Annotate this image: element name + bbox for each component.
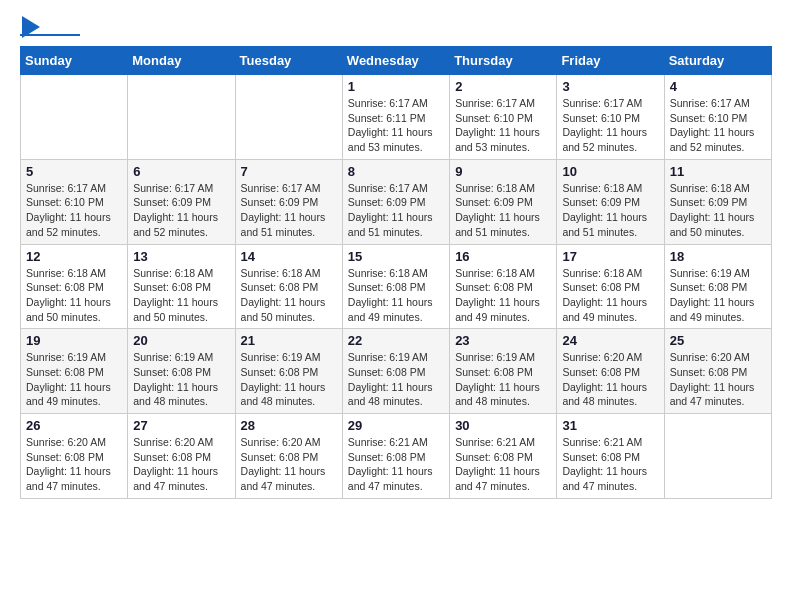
day-info: Sunrise: 6:18 AM Sunset: 6:08 PM Dayligh… bbox=[26, 266, 122, 325]
day-info: Sunrise: 6:18 AM Sunset: 6:08 PM Dayligh… bbox=[241, 266, 337, 325]
calendar-day-26: 26Sunrise: 6:20 AM Sunset: 6:08 PM Dayli… bbox=[21, 414, 128, 499]
day-number: 8 bbox=[348, 164, 444, 179]
day-info: Sunrise: 6:20 AM Sunset: 6:08 PM Dayligh… bbox=[670, 350, 766, 409]
day-number: 13 bbox=[133, 249, 229, 264]
calendar-day-17: 17Sunrise: 6:18 AM Sunset: 6:08 PM Dayli… bbox=[557, 244, 664, 329]
calendar-week-5: 26Sunrise: 6:20 AM Sunset: 6:08 PM Dayli… bbox=[21, 414, 772, 499]
calendar-day-15: 15Sunrise: 6:18 AM Sunset: 6:08 PM Dayli… bbox=[342, 244, 449, 329]
day-info: Sunrise: 6:19 AM Sunset: 6:08 PM Dayligh… bbox=[348, 350, 444, 409]
calendar-day-20: 20Sunrise: 6:19 AM Sunset: 6:08 PM Dayli… bbox=[128, 329, 235, 414]
day-info: Sunrise: 6:17 AM Sunset: 6:10 PM Dayligh… bbox=[562, 96, 658, 155]
day-number: 21 bbox=[241, 333, 337, 348]
day-info: Sunrise: 6:17 AM Sunset: 6:10 PM Dayligh… bbox=[455, 96, 551, 155]
day-number: 31 bbox=[562, 418, 658, 433]
day-info: Sunrise: 6:18 AM Sunset: 6:09 PM Dayligh… bbox=[562, 181, 658, 240]
day-number: 11 bbox=[670, 164, 766, 179]
calendar-day-14: 14Sunrise: 6:18 AM Sunset: 6:08 PM Dayli… bbox=[235, 244, 342, 329]
empty-cell bbox=[128, 75, 235, 160]
day-info: Sunrise: 6:19 AM Sunset: 6:08 PM Dayligh… bbox=[26, 350, 122, 409]
day-info: Sunrise: 6:20 AM Sunset: 6:08 PM Dayligh… bbox=[133, 435, 229, 494]
weekday-header-tuesday: Tuesday bbox=[235, 47, 342, 75]
day-number: 10 bbox=[562, 164, 658, 179]
calendar-day-16: 16Sunrise: 6:18 AM Sunset: 6:08 PM Dayli… bbox=[450, 244, 557, 329]
day-info: Sunrise: 6:17 AM Sunset: 6:09 PM Dayligh… bbox=[348, 181, 444, 240]
weekday-header-friday: Friday bbox=[557, 47, 664, 75]
empty-cell bbox=[21, 75, 128, 160]
calendar-day-24: 24Sunrise: 6:20 AM Sunset: 6:08 PM Dayli… bbox=[557, 329, 664, 414]
calendar-day-11: 11Sunrise: 6:18 AM Sunset: 6:09 PM Dayli… bbox=[664, 159, 771, 244]
day-info: Sunrise: 6:19 AM Sunset: 6:08 PM Dayligh… bbox=[241, 350, 337, 409]
calendar-day-7: 7Sunrise: 6:17 AM Sunset: 6:09 PM Daylig… bbox=[235, 159, 342, 244]
day-number: 27 bbox=[133, 418, 229, 433]
day-info: Sunrise: 6:18 AM Sunset: 6:08 PM Dayligh… bbox=[348, 266, 444, 325]
day-number: 25 bbox=[670, 333, 766, 348]
day-number: 26 bbox=[26, 418, 122, 433]
day-number: 24 bbox=[562, 333, 658, 348]
day-info: Sunrise: 6:18 AM Sunset: 6:09 PM Dayligh… bbox=[455, 181, 551, 240]
calendar-day-21: 21Sunrise: 6:19 AM Sunset: 6:08 PM Dayli… bbox=[235, 329, 342, 414]
day-number: 4 bbox=[670, 79, 766, 94]
day-number: 18 bbox=[670, 249, 766, 264]
calendar-day-25: 25Sunrise: 6:20 AM Sunset: 6:08 PM Dayli… bbox=[664, 329, 771, 414]
calendar-week-3: 12Sunrise: 6:18 AM Sunset: 6:08 PM Dayli… bbox=[21, 244, 772, 329]
day-info: Sunrise: 6:21 AM Sunset: 6:08 PM Dayligh… bbox=[348, 435, 444, 494]
page-header bbox=[20, 20, 772, 36]
day-info: Sunrise: 6:18 AM Sunset: 6:08 PM Dayligh… bbox=[455, 266, 551, 325]
calendar-day-30: 30Sunrise: 6:21 AM Sunset: 6:08 PM Dayli… bbox=[450, 414, 557, 499]
calendar-week-1: 1Sunrise: 6:17 AM Sunset: 6:11 PM Daylig… bbox=[21, 75, 772, 160]
day-info: Sunrise: 6:18 AM Sunset: 6:08 PM Dayligh… bbox=[562, 266, 658, 325]
day-number: 19 bbox=[26, 333, 122, 348]
day-info: Sunrise: 6:17 AM Sunset: 6:09 PM Dayligh… bbox=[241, 181, 337, 240]
day-info: Sunrise: 6:18 AM Sunset: 6:08 PM Dayligh… bbox=[133, 266, 229, 325]
day-info: Sunrise: 6:17 AM Sunset: 6:10 PM Dayligh… bbox=[670, 96, 766, 155]
day-info: Sunrise: 6:17 AM Sunset: 6:09 PM Dayligh… bbox=[133, 181, 229, 240]
day-info: Sunrise: 6:20 AM Sunset: 6:08 PM Dayligh… bbox=[241, 435, 337, 494]
weekday-header-monday: Monday bbox=[128, 47, 235, 75]
day-number: 14 bbox=[241, 249, 337, 264]
calendar-day-27: 27Sunrise: 6:20 AM Sunset: 6:08 PM Dayli… bbox=[128, 414, 235, 499]
day-number: 15 bbox=[348, 249, 444, 264]
calendar-day-2: 2Sunrise: 6:17 AM Sunset: 6:10 PM Daylig… bbox=[450, 75, 557, 160]
logo bbox=[20, 20, 80, 36]
weekday-header-wednesday: Wednesday bbox=[342, 47, 449, 75]
empty-cell bbox=[664, 414, 771, 499]
day-number: 1 bbox=[348, 79, 444, 94]
day-number: 20 bbox=[133, 333, 229, 348]
calendar-day-13: 13Sunrise: 6:18 AM Sunset: 6:08 PM Dayli… bbox=[128, 244, 235, 329]
day-number: 6 bbox=[133, 164, 229, 179]
calendar-body: 1Sunrise: 6:17 AM Sunset: 6:11 PM Daylig… bbox=[21, 75, 772, 499]
day-number: 16 bbox=[455, 249, 551, 264]
calendar-day-12: 12Sunrise: 6:18 AM Sunset: 6:08 PM Dayli… bbox=[21, 244, 128, 329]
day-info: Sunrise: 6:21 AM Sunset: 6:08 PM Dayligh… bbox=[455, 435, 551, 494]
calendar-day-31: 31Sunrise: 6:21 AM Sunset: 6:08 PM Dayli… bbox=[557, 414, 664, 499]
calendar-day-29: 29Sunrise: 6:21 AM Sunset: 6:08 PM Dayli… bbox=[342, 414, 449, 499]
empty-cell bbox=[235, 75, 342, 160]
calendar-week-2: 5Sunrise: 6:17 AM Sunset: 6:10 PM Daylig… bbox=[21, 159, 772, 244]
logo-underline bbox=[20, 34, 80, 36]
calendar-day-4: 4Sunrise: 6:17 AM Sunset: 6:10 PM Daylig… bbox=[664, 75, 771, 160]
day-number: 7 bbox=[241, 164, 337, 179]
calendar-day-19: 19Sunrise: 6:19 AM Sunset: 6:08 PM Dayli… bbox=[21, 329, 128, 414]
day-number: 5 bbox=[26, 164, 122, 179]
day-info: Sunrise: 6:19 AM Sunset: 6:08 PM Dayligh… bbox=[133, 350, 229, 409]
calendar-week-4: 19Sunrise: 6:19 AM Sunset: 6:08 PM Dayli… bbox=[21, 329, 772, 414]
day-number: 17 bbox=[562, 249, 658, 264]
calendar-day-1: 1Sunrise: 6:17 AM Sunset: 6:11 PM Daylig… bbox=[342, 75, 449, 160]
day-info: Sunrise: 6:20 AM Sunset: 6:08 PM Dayligh… bbox=[26, 435, 122, 494]
day-info: Sunrise: 6:19 AM Sunset: 6:08 PM Dayligh… bbox=[455, 350, 551, 409]
calendar-day-23: 23Sunrise: 6:19 AM Sunset: 6:08 PM Dayli… bbox=[450, 329, 557, 414]
weekday-row: SundayMondayTuesdayWednesdayThursdayFrid… bbox=[21, 47, 772, 75]
day-info: Sunrise: 6:17 AM Sunset: 6:10 PM Dayligh… bbox=[26, 181, 122, 240]
day-number: 2 bbox=[455, 79, 551, 94]
calendar-day-9: 9Sunrise: 6:18 AM Sunset: 6:09 PM Daylig… bbox=[450, 159, 557, 244]
calendar-day-22: 22Sunrise: 6:19 AM Sunset: 6:08 PM Dayli… bbox=[342, 329, 449, 414]
calendar-day-5: 5Sunrise: 6:17 AM Sunset: 6:10 PM Daylig… bbox=[21, 159, 128, 244]
day-number: 29 bbox=[348, 418, 444, 433]
day-info: Sunrise: 6:20 AM Sunset: 6:08 PM Dayligh… bbox=[562, 350, 658, 409]
weekday-header-thursday: Thursday bbox=[450, 47, 557, 75]
day-info: Sunrise: 6:18 AM Sunset: 6:09 PM Dayligh… bbox=[670, 181, 766, 240]
calendar-day-28: 28Sunrise: 6:20 AM Sunset: 6:08 PM Dayli… bbox=[235, 414, 342, 499]
day-info: Sunrise: 6:21 AM Sunset: 6:08 PM Dayligh… bbox=[562, 435, 658, 494]
day-info: Sunrise: 6:17 AM Sunset: 6:11 PM Dayligh… bbox=[348, 96, 444, 155]
day-number: 28 bbox=[241, 418, 337, 433]
